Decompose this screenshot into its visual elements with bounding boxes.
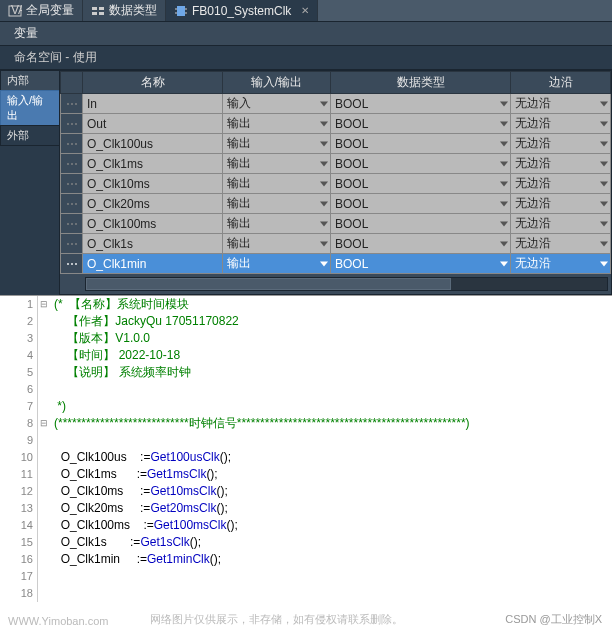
row-handle[interactable]: ⋯ [61, 154, 83, 174]
cell-io[interactable]: 输出 [223, 154, 331, 174]
table-row[interactable]: ⋯Out输出BOOL无边沿 [61, 114, 611, 134]
cell-edge[interactable]: 无边沿 [511, 114, 611, 134]
chevron-down-icon[interactable] [600, 261, 608, 266]
cell-io[interactable]: 输出 [223, 134, 331, 154]
code-text[interactable]: 【时间】 2022-10-18 [50, 347, 180, 364]
code-line[interactable]: 17 [0, 568, 612, 585]
fold-icon[interactable]: ⊟ [38, 415, 50, 432]
namespace-header[interactable]: 命名空间 - 使用 [0, 46, 612, 70]
fold-icon[interactable] [38, 347, 50, 364]
cell-io[interactable]: 输出 [223, 214, 331, 234]
code-text[interactable]: *) [50, 398, 66, 415]
row-handle[interactable]: ⋯ [61, 214, 83, 234]
side-tab-io[interactable]: 输入/输出 [0, 90, 59, 126]
code-line[interactable]: 16 O_Clk1min :=Get1minClk(); [0, 551, 612, 568]
table-row[interactable]: ⋯O_Clk10ms输出BOOL无边沿 [61, 174, 611, 194]
fold-icon[interactable] [38, 432, 50, 449]
cell-dtype[interactable]: BOOL [331, 254, 511, 274]
fold-icon[interactable]: ⊟ [38, 296, 50, 313]
chevron-down-icon[interactable] [320, 241, 328, 246]
code-text[interactable]: 【作者】JackyQu 17051170822 [50, 313, 239, 330]
cell-name[interactable]: O_Clk10ms [83, 174, 223, 194]
code-text[interactable]: 【说明】 系统频率时钟 [50, 364, 191, 381]
code-text[interactable]: (* 【名称】系统时间模块 [50, 296, 189, 313]
code-text[interactable]: O_Clk20ms :=Get20msClk(); [50, 500, 228, 517]
code-line[interactable]: 2 【作者】JackyQu 17051170822 [0, 313, 612, 330]
code-line[interactable]: 9 [0, 432, 612, 449]
code-text[interactable]: O_Clk1ms :=Get1msClk(); [50, 466, 218, 483]
cell-io[interactable]: 输出 [223, 254, 331, 274]
col-name[interactable]: 名称 [83, 72, 223, 94]
fold-icon[interactable] [38, 449, 50, 466]
chevron-down-icon[interactable] [600, 221, 608, 226]
cell-name[interactable]: O_Clk1ms [83, 154, 223, 174]
chevron-down-icon[interactable] [320, 181, 328, 186]
code-text[interactable]: (****************************时钟信号*******… [50, 415, 470, 432]
code-text[interactable]: O_Clk10ms :=Get10msClk(); [50, 483, 228, 500]
table-row[interactable]: ⋯O_Clk20ms输出BOOL无边沿 [61, 194, 611, 214]
cell-io[interactable]: 输出 [223, 194, 331, 214]
code-text[interactable]: O_Clk1min :=Get1minClk(); [50, 551, 221, 568]
tab-global-vars[interactable]: VAR 全局变量 [0, 0, 83, 21]
code-line[interactable]: 15 O_Clk1s :=Get1sClk(); [0, 534, 612, 551]
cell-dtype[interactable]: BOOL [331, 174, 511, 194]
chevron-down-icon[interactable] [500, 101, 508, 106]
variables-header[interactable]: 变量 [0, 22, 612, 46]
fold-icon[interactable] [38, 398, 50, 415]
row-handle[interactable]: ⋯ [61, 114, 83, 134]
chevron-down-icon[interactable] [500, 261, 508, 266]
row-handle[interactable]: ⋯ [61, 234, 83, 254]
code-line[interactable]: 13 O_Clk20ms :=Get20msClk(); [0, 500, 612, 517]
cell-name[interactable]: O_Clk100us [83, 134, 223, 154]
code-text[interactable] [50, 381, 54, 398]
cell-edge[interactable]: 无边沿 [511, 134, 611, 154]
scrollbar-thumb[interactable] [86, 278, 451, 290]
code-line[interactable]: 18 [0, 585, 612, 602]
fold-icon[interactable] [38, 551, 50, 568]
close-icon[interactable]: ✕ [301, 5, 309, 16]
cell-edge[interactable]: 无边沿 [511, 214, 611, 234]
cell-edge[interactable]: 无边沿 [511, 174, 611, 194]
side-tab-outer[interactable]: 外部 [0, 125, 59, 146]
chevron-down-icon[interactable] [600, 101, 608, 106]
code-line[interactable]: 7 *) [0, 398, 612, 415]
fold-icon[interactable] [38, 330, 50, 347]
code-line[interactable]: 14 O_Clk100ms :=Get100msClk(); [0, 517, 612, 534]
code-line[interactable]: 8⊟(****************************时钟信号*****… [0, 415, 612, 432]
chevron-down-icon[interactable] [600, 181, 608, 186]
chevron-down-icon[interactable] [600, 121, 608, 126]
code-text[interactable] [50, 432, 54, 449]
chevron-down-icon[interactable] [500, 201, 508, 206]
fold-icon[interactable] [38, 585, 50, 602]
cell-name[interactable]: Out [83, 114, 223, 134]
chevron-down-icon[interactable] [320, 101, 328, 106]
cell-io[interactable]: 输入 [223, 94, 331, 114]
code-line[interactable]: 6 [0, 381, 612, 398]
horizontal-scrollbar[interactable] [85, 277, 608, 291]
chevron-down-icon[interactable] [320, 141, 328, 146]
cell-edge[interactable]: 无边沿 [511, 154, 611, 174]
fold-icon[interactable] [38, 364, 50, 381]
chevron-down-icon[interactable] [320, 161, 328, 166]
col-io[interactable]: 输入/输出 [223, 72, 331, 94]
col-edge[interactable]: 边沿 [511, 72, 611, 94]
code-line[interactable]: 12 O_Clk10ms :=Get10msClk(); [0, 483, 612, 500]
cell-dtype[interactable]: BOOL [331, 114, 511, 134]
row-handle[interactable]: ⋯ [61, 254, 83, 274]
code-line[interactable]: 1⊟(* 【名称】系统时间模块 [0, 296, 612, 313]
cell-io[interactable]: 输出 [223, 114, 331, 134]
code-editor[interactable]: 1⊟(* 【名称】系统时间模块2 【作者】JackyQu 17051170822… [0, 295, 612, 602]
row-handle[interactable]: ⋯ [61, 94, 83, 114]
code-text[interactable] [50, 568, 54, 585]
fold-icon[interactable] [38, 483, 50, 500]
cell-name[interactable]: O_Clk1s [83, 234, 223, 254]
fold-icon[interactable] [38, 313, 50, 330]
table-row[interactable]: ⋯In输入BOOL无边沿 [61, 94, 611, 114]
tab-fb010-systemclk[interactable]: FB010_SystemClk ✕ [166, 0, 318, 21]
row-handle[interactable]: ⋯ [61, 174, 83, 194]
cell-name[interactable]: O_Clk1min [83, 254, 223, 274]
cell-io[interactable]: 输出 [223, 234, 331, 254]
fold-icon[interactable] [38, 568, 50, 585]
chevron-down-icon[interactable] [600, 141, 608, 146]
chevron-down-icon[interactable] [500, 121, 508, 126]
